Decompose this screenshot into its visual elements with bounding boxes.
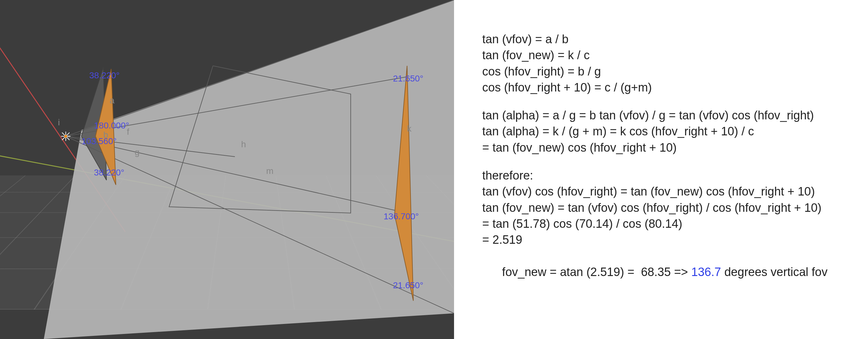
math-panel: tan (vfov) = a / b tan (fov_new) = k / c… [454, 0, 868, 339]
angle-180: 180.000° [94, 121, 129, 130]
eq-line: cos (hfov_right) = b / g [482, 64, 846, 80]
label-k: k [407, 124, 412, 134]
eq-result-pre: fov_new = atan (2.519) = 68.35 => [502, 265, 691, 279]
eq-line: tan (fov_new) = tan (vfov) cos (hfov_rig… [482, 200, 846, 216]
label-b: b [103, 130, 108, 140]
eq-line: = tan (fov_new) cos (hfov_right + 10) [482, 140, 846, 156]
label-i: i [58, 117, 60, 127]
label-g: g [135, 147, 140, 157]
label-f: f [127, 127, 129, 137]
viewport-overlay: 38.220° 180.000° 103.560° 38.220° 21.650… [0, 0, 454, 339]
eq-line: = 2.519 [482, 232, 846, 248]
label-h: h [241, 139, 246, 149]
therefore-line: therefore: [482, 168, 846, 183]
svg-point-4 [64, 135, 67, 138]
eq-line: tan (alpha) = k / (g + m) = k cos (hfov_… [482, 123, 846, 139]
eq-line: tan (fov_new) = k / c [482, 47, 846, 63]
eq-result: fov_new = atan (2.519) = 68.35 => 136.7 … [482, 248, 846, 296]
eq-line: = tan (51.78) cos (70.14) / cos (80.14) [482, 216, 846, 232]
eq-line: tan (alpha) = a / g = b tan (vfov) / g =… [482, 108, 846, 123]
label-m: m [266, 166, 273, 176]
viewport-3d[interactable]: 38.220° 180.000° 103.560° 38.220° 21.650… [0, 0, 454, 339]
angle-top-left: 38.220° [89, 70, 120, 80]
angle-bottom-right: 21.650° [393, 280, 423, 290]
angle-mid-right: 136.700° [383, 211, 418, 221]
eq-result-blue: 136.7 [691, 265, 721, 279]
eq-line: tan (vfov) cos (hfov_right) = tan (fov_n… [482, 183, 846, 200]
angle-top-right: 21.650° [393, 74, 423, 83]
eq-line: cos (hfov_right + 10) = c / (g+m) [482, 80, 846, 95]
eq-line: tan (vfov) = a / b [482, 31, 846, 47]
angle-bottom-left: 38.220° [94, 168, 124, 177]
angle-sum: 103.560° [82, 136, 117, 146]
root: 38.220° 180.000° 103.560° 38.220° 21.650… [0, 0, 868, 339]
label-a: a [110, 95, 115, 105]
origin-gizmo [61, 132, 70, 141]
eq-result-post: degrees vertical fov [721, 265, 828, 279]
